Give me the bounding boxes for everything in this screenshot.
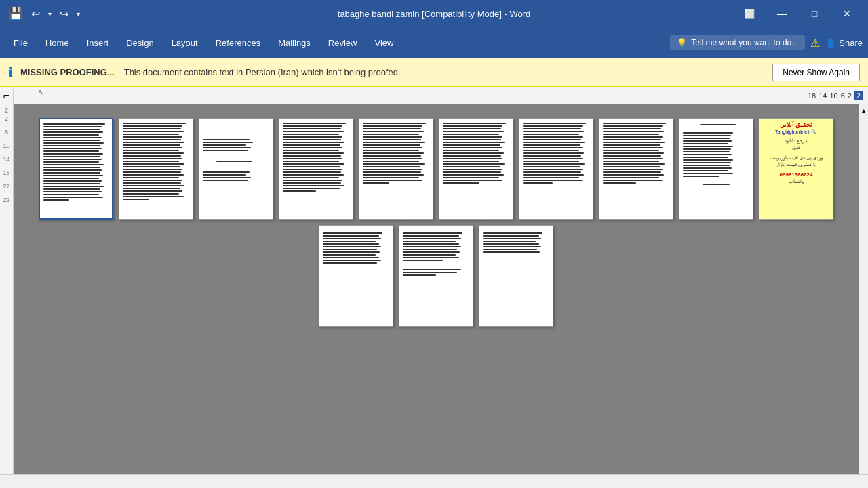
- tab-insert[interactable]: Insert: [79, 27, 117, 58]
- tab-design[interactable]: Design: [118, 27, 161, 58]
- page-thumbnail-13[interactable]: [479, 225, 553, 327]
- maximize-button[interactable]: □: [799, 3, 830, 24]
- tab-file[interactable]: File: [5, 27, 36, 58]
- ad-title: تحقیق آنلاین: [762, 121, 830, 128]
- quick-access-toolbar: 💾 ↩ ▾ ↪ ▾: [5, 3, 83, 24]
- ribbon-right: 💡 Tell me what you want to do... ⚠ 👤 Sha…: [670, 35, 863, 50]
- horizontal-ruler: ⌐ ↖ 18 14 10 6 2 2: [0, 87, 868, 104]
- info-title: MISSING PROOFING...: [20, 67, 115, 77]
- main-content: ⌐ ↖ 18 14 10 6 2 2 2 2 6 10 14 18 22 22: [0, 87, 868, 488]
- tab-layout[interactable]: Layout: [163, 27, 206, 58]
- ad-phone: 09981366624: [762, 171, 830, 178]
- undo-dropdown[interactable]: ▾: [45, 7, 54, 20]
- page-thumbnail-5[interactable]: [359, 118, 433, 220]
- minimize-button[interactable]: —: [766, 3, 797, 24]
- page-thumbnail-2[interactable]: [119, 118, 193, 220]
- redo-button[interactable]: ↪: [57, 5, 71, 23]
- page-thumbnail-3[interactable]: [199, 118, 273, 220]
- tab-mailings[interactable]: Mailings: [270, 27, 319, 58]
- never-show-again-button[interactable]: Never Show Again: [772, 64, 860, 81]
- page-thumbnail-6[interactable]: [439, 118, 513, 220]
- document-area-wrapper: 2 2 6 10 14 18 22 22: [0, 104, 868, 474]
- pages-row-2: [319, 225, 553, 327]
- window-controls: ⬜ — □ ✕: [734, 3, 863, 24]
- ad-site: Tahghighonline.ir🔍: [762, 129, 830, 135]
- warning-icon: ⚠: [810, 37, 820, 49]
- share-button[interactable]: 👤 Share: [825, 38, 863, 48]
- ad-suffix: واتساپ: [762, 179, 830, 184]
- tab-references[interactable]: References: [208, 27, 269, 58]
- ribbon: File Home Insert Design Layout Reference…: [0, 27, 868, 58]
- ad-desc1: مرجع دانلود: [762, 138, 830, 144]
- customize-qat-button[interactable]: ▾: [74, 7, 83, 20]
- save-button[interactable]: 💾: [5, 3, 26, 24]
- status-bar: [0, 474, 868, 488]
- page-thumbnail-8[interactable]: [599, 118, 673, 220]
- info-message: This document contains text in Persian (…: [124, 67, 766, 77]
- ruler-corner[interactable]: ⌐: [0, 87, 14, 104]
- page-thumbnail-4[interactable]: [279, 118, 353, 220]
- page-thumbnail-10[interactable]: تحقیق آنلاین Tahghighonline.ir🔍 مرجع دان…: [759, 118, 833, 220]
- tab-review[interactable]: Review: [320, 27, 366, 58]
- scroll-up-button[interactable]: ▲: [861, 107, 867, 115]
- lightbulb-icon: 💡: [677, 38, 687, 47]
- person-share-icon: 👤: [825, 38, 836, 48]
- page-thumbnail-11[interactable]: [319, 225, 393, 327]
- tab-home[interactable]: Home: [37, 27, 77, 58]
- share-label: Share: [839, 38, 863, 48]
- tell-me-box[interactable]: 💡 Tell me what you want to do...: [670, 35, 805, 50]
- page-thumbnail-12[interactable]: [399, 225, 473, 327]
- close-button[interactable]: ✕: [831, 3, 863, 24]
- tab-view[interactable]: View: [366, 27, 401, 58]
- vertical-scrollbar[interactable]: ▲: [859, 104, 868, 474]
- cursor-pointer: ↖: [38, 88, 44, 97]
- ruler-body: ↖: [14, 87, 868, 104]
- ruler-numbers: 18 14 10 6 2 2: [808, 91, 863, 100]
- ad-desc2: فایل: [762, 145, 830, 150]
- ad-desc4: با کمترین قیمت بازار: [762, 162, 830, 167]
- page-thumbnail-7[interactable]: [519, 118, 593, 220]
- ad-desc3: وردی پی دی اف - پاورپوینت: [762, 155, 830, 161]
- page-thumbnail-1[interactable]: [39, 118, 113, 220]
- undo-button[interactable]: ↩: [28, 5, 43, 23]
- restore-down-button[interactable]: ⬜: [734, 3, 765, 24]
- title-bar: 💾 ↩ ▾ ↪ ▾ tabaghe bandi zamin [Compatibi…: [0, 0, 868, 27]
- info-bar: ℹ MISSING PROOFING... This document cont…: [0, 58, 868, 87]
- page-thumbnail-9[interactable]: [679, 118, 753, 220]
- tell-me-text: Tell me what you want to do...: [691, 38, 798, 47]
- document-canvas[interactable]: تحقیق آنلاین Tahghighonline.ir🔍 مرجع دان…: [14, 104, 859, 474]
- pages-row-1: تحقیق آنلاین Tahghighonline.ir🔍 مرجع دان…: [39, 118, 833, 220]
- info-icon: ℹ: [8, 64, 14, 81]
- vertical-ruler: 2 2 6 10 14 18 22 22: [0, 104, 14, 474]
